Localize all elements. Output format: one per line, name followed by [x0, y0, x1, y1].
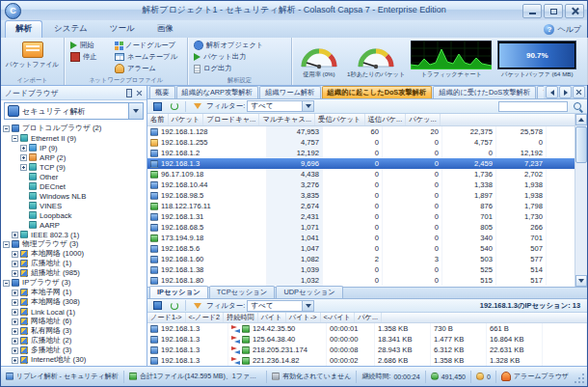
tree-expander[interactable] — [12, 251, 18, 258]
column-header[interactable]: パケッ... — [406, 114, 441, 125]
profile-select[interactable]: セキュリティ解析 — [4, 102, 144, 120]
tree-item[interactable]: Internet地址 (30) — [1, 355, 147, 365]
tree-expander[interactable] — [3, 280, 10, 287]
column-header[interactable]: パケット — [169, 114, 204, 125]
session-tab[interactable]: IPセッション — [149, 286, 208, 298]
tree-item[interactable]: Windows NLB — [1, 191, 147, 201]
export-button[interactable] — [150, 300, 165, 312]
ribbon-tab[interactable]: 解析 — [5, 20, 42, 38]
table-row[interactable]: 192.168.68.5 1,071 0 0 805 266 — [147, 222, 587, 233]
tree-expander[interactable] — [12, 232, 18, 238]
session-row[interactable]: 192.168.1.3 125.64.38.40 00:00:00 18.341… — [147, 334, 587, 345]
start-button[interactable]: 開始 — [67, 40, 112, 51]
log-output-button[interactable]: ログ出力 — [191, 63, 288, 74]
chevron-down-icon[interactable] — [302, 101, 313, 111]
tree-item[interactable]: 広播地址 (1) — [1, 259, 147, 268]
tree-item[interactable]: IEEE 802.3 (1) — [1, 230, 147, 239]
tree-item[interactable]: VINES — [1, 201, 147, 210]
scroll-up-button[interactable] — [575, 114, 587, 125]
tree-item[interactable]: 広播地址 (2) — [1, 336, 147, 346]
session-tab[interactable]: UDPセッション — [276, 286, 342, 298]
tree-expander[interactable] — [20, 145, 27, 152]
vertical-scrollbar[interactable] — [575, 114, 587, 287]
minimize-button[interactable] — [522, 4, 542, 18]
tree-expander[interactable] — [12, 357, 18, 364]
search-button[interactable] — [570, 100, 584, 112]
filter-button[interactable] — [190, 300, 204, 312]
filter-button[interactable] — [190, 100, 204, 112]
tree-expander[interactable] — [12, 309, 18, 316]
ribbon-tab[interactable]: 画像 — [147, 20, 184, 38]
packet-output-button[interactable]: パケット出力 — [191, 51, 288, 63]
node-group-button[interactable]: ノードグループ — [112, 40, 180, 51]
table-row[interactable]: 192.168.1.38 1,039 0 0 525 514 — [147, 264, 587, 275]
tree-item[interactable]: 本地子网 (1) — [1, 288, 147, 297]
table-row[interactable]: 192.168.1.60 1,082 2 3 503 577 — [147, 254, 587, 264]
scroll-right-button[interactable] — [559, 86, 572, 98]
tree-item[interactable]: 网络地址 (6) — [1, 317, 147, 326]
tree-expander[interactable] — [20, 154, 27, 161]
column-header[interactable]: 持続時間 — [224, 313, 258, 322]
tree-item[interactable]: ARP (2) — [1, 152, 147, 162]
table-row[interactable]: 173.194.9.18 1,041 0 0 340 701 — [147, 233, 587, 243]
tree-item[interactable]: Ethernet II (9) — [1, 133, 147, 143]
help-button[interactable]: ヘルプ — [544, 24, 587, 38]
refresh-button[interactable] — [167, 300, 181, 312]
session-tab[interactable]: TCPセッション — [209, 286, 276, 298]
table-row[interactable]: 192.168.1.80 1,032 0 0 515 517 — [147, 275, 587, 286]
tree-expander[interactable] — [12, 328, 18, 335]
column-header[interactable]: バイト-> — [286, 313, 321, 322]
close-tab-button[interactable] — [573, 86, 585, 98]
table-row[interactable]: 192.168.10.44 3,276 0 0 1,338 1,938 — [147, 180, 587, 190]
tree-item[interactable]: DECnet — [1, 181, 147, 191]
session-row[interactable]: 192.168.1.3 124.42.35.50 00:00:01 1.358 … — [147, 323, 587, 334]
document-tab[interactable]: 概要 — [149, 86, 175, 98]
column-header[interactable]: ブロードキャ... — [203, 114, 259, 125]
column-header[interactable]: 名前 — [147, 114, 169, 125]
resize-grip[interactable] — [574, 367, 587, 386]
column-header[interactable]: マルチキャス... — [259, 114, 315, 125]
tree-item[interactable]: Link Local (1) — [1, 307, 147, 317]
name-table-button[interactable]: ネームテーブル — [112, 51, 180, 63]
tree-item[interactable]: 私有网络 (3) — [1, 326, 147, 336]
export-button[interactable] — [150, 100, 165, 112]
ribbon-tab[interactable]: システム — [43, 20, 98, 38]
document-tab[interactable]: 組織的なARP攻撃解析 — [176, 86, 259, 98]
tree-item[interactable]: AARP — [1, 220, 147, 230]
pin-icon[interactable] — [126, 89, 132, 97]
scroll-left-button[interactable] — [546, 86, 558, 98]
tree-expander[interactable] — [12, 290, 18, 296]
scrollbar-thumb[interactable] — [575, 126, 587, 163]
tree-item[interactable]: 本地网络 (308) — [1, 297, 147, 307]
tree-item[interactable]: Loopback — [1, 210, 147, 220]
table-row[interactable]: 118.122.176.11 2,674 0 0 876 1,798 — [147, 201, 587, 211]
filter-select[interactable]: すべて — [247, 100, 314, 112]
column-header[interactable]: 受信パケット — [315, 114, 364, 125]
tree-item[interactable]: 本地网络 (1000) — [1, 249, 147, 259]
maximize-button[interactable] — [544, 4, 563, 18]
search-input[interactable] — [498, 101, 568, 112]
document-tab[interactable]: 組織的に起こしたDoS攻撃解析 — [322, 86, 433, 98]
table-row[interactable]: 192.168.1.128 47,953 60 20 22,375 25,578 — [147, 126, 587, 137]
tree-expander[interactable] — [12, 261, 18, 267]
chevron-down-icon[interactable] — [302, 301, 313, 311]
table-row[interactable]: 192.168.1.255 4,757 0 0 4,757 0 — [147, 137, 587, 148]
tree-expander[interactable] — [3, 241, 10, 248]
column-header[interactable]: <-ノード2 — [186, 313, 225, 322]
panel-close-icon[interactable] — [136, 90, 143, 97]
session-filter-select[interactable]: すべて — [247, 300, 314, 312]
tree-expander[interactable] — [12, 135, 18, 142]
stop-button[interactable]: 停止 — [67, 51, 112, 63]
table-row[interactable]: 192.168.5.6 1,047 0 0 540 507 — [147, 243, 587, 254]
refresh-button[interactable] — [167, 100, 181, 112]
tree-item[interactable]: IPブラウザ (3) — [1, 278, 147, 288]
column-header[interactable]: ノード1-> — [147, 313, 186, 322]
tree-item[interactable]: 多播地址 (3) — [1, 346, 147, 355]
table-row[interactable]: 192.168.1.2 12,192 0 0 0 12,192 — [147, 148, 587, 158]
table-row[interactable]: 192.168.1.31 2,431 0 0 701 1,730 — [147, 211, 587, 222]
tree-item[interactable]: Other — [1, 172, 147, 181]
session-row[interactable]: 192.168.1.3 218.205.231.174 00:00:08 28.… — [147, 345, 587, 355]
tree-item[interactable]: プロトコルブラウザ (2) — [1, 124, 147, 133]
packet-file-button[interactable]: パケットファイル — [4, 40, 61, 69]
tree-expander[interactable] — [3, 125, 10, 132]
